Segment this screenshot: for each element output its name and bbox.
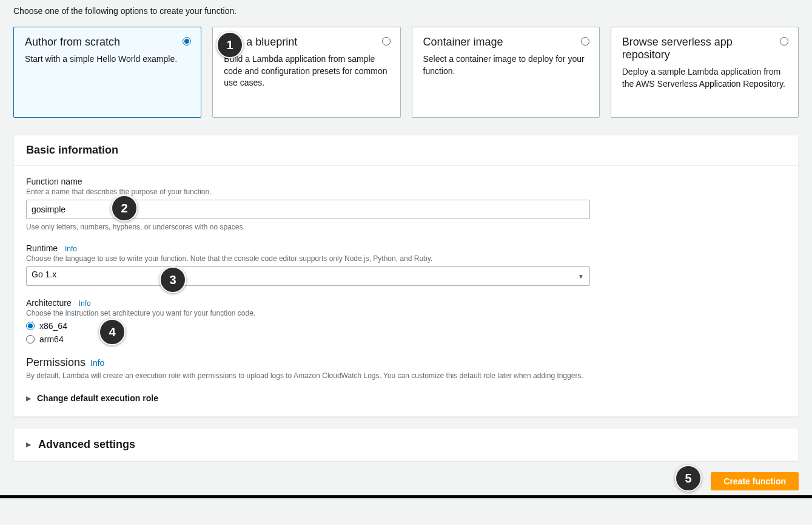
bottom-strip [0,495,812,498]
change-execution-role-toggle[interactable]: ▶ Change default execution role [26,384,786,404]
footer: 5 Create function [13,461,799,495]
intro-text: Choose one of the following options to c… [13,0,799,22]
function-name-field: 2 Function name Enter a name that descri… [26,177,786,231]
runtime-hint: Choose the language to use to write your… [26,254,786,263]
function-name-label: Function name [26,177,786,186]
radio-icon [780,37,788,46]
radio-icon [26,322,35,330]
architecture-option-x86[interactable]: x86_64 [26,321,786,331]
architecture-label-text: Architecture [26,298,72,308]
option-container-image[interactable]: Container image Select a container image… [412,27,600,118]
basic-info-heading: Basic information [26,144,786,157]
panel-header: Basic information [14,135,798,166]
option-desc: Start with a simple Hello World example. [25,53,190,66]
step-badge-5: 5 [675,465,702,492]
runtime-label: Runtime Info [26,243,786,253]
option-title: Container image [423,36,588,49]
function-name-constraint: Use only letters, numbers, hyphens, or u… [26,223,786,231]
runtime-info-link[interactable]: Info [65,245,77,253]
option-title: Use a blueprint [224,36,389,49]
radio-label: arm64 [39,334,64,344]
runtime-label-text: Runtime [26,243,58,253]
option-desc: Build a Lambda application from sample c… [224,53,389,89]
permissions-section: Permissions Info By default, Lambda will… [26,356,786,380]
architecture-option-arm64[interactable]: arm64 [26,334,786,344]
function-name-input[interactable] [26,200,590,219]
option-use-blueprint[interactable]: Use a blueprint Build a Lambda applicati… [212,27,400,118]
option-desc: Deploy a sample Lambda application from … [622,66,787,90]
permissions-desc: By default, Lambda will create an execut… [26,371,786,380]
architecture-info-link[interactable]: Info [79,299,91,308]
basic-information-panel: Basic information 2 Function name Enter … [13,135,799,417]
runtime-select[interactable]: Go 1.x [26,266,590,286]
option-serverless-repo[interactable]: Browse serverless app repository Deploy … [611,27,799,118]
radio-icon [26,335,35,344]
chevron-right-icon: ▶ [26,441,31,449]
option-title: Browse serverless app repository [622,36,787,61]
architecture-field: 4 Architecture Info Choose the instructi… [26,298,786,344]
runtime-field: 3 Runtime Info Choose the language to us… [26,243,786,286]
option-title: Author from scratch [25,36,190,49]
radio-icon [382,37,391,46]
architecture-hint: Choose the instruction set architecture … [26,309,786,317]
creation-option-row: 1 Author from scratch Start with a simpl… [13,27,799,118]
radio-icon [581,37,589,46]
option-desc: Select a container image to deploy for y… [423,53,588,77]
create-function-button[interactable]: Create function [711,472,799,490]
change-execution-role-label: Change default execution role [37,393,158,403]
option-author-from-scratch[interactable]: Author from scratch Start with a simple … [13,27,201,118]
function-name-hint: Enter a name that describes the purpose … [26,188,786,196]
architecture-label: Architecture Info [26,298,786,308]
permissions-info-link[interactable]: Info [90,358,104,368]
chevron-right-icon: ▶ [26,395,31,402]
radio-label: x86_64 [39,321,67,331]
advanced-settings-title: Advanced settings [38,438,135,451]
advanced-settings-toggle[interactable]: ▶ Advanced settings [26,438,786,451]
advanced-settings-panel: ▶ Advanced settings [13,428,799,461]
permissions-heading: Permissions [26,356,86,369]
